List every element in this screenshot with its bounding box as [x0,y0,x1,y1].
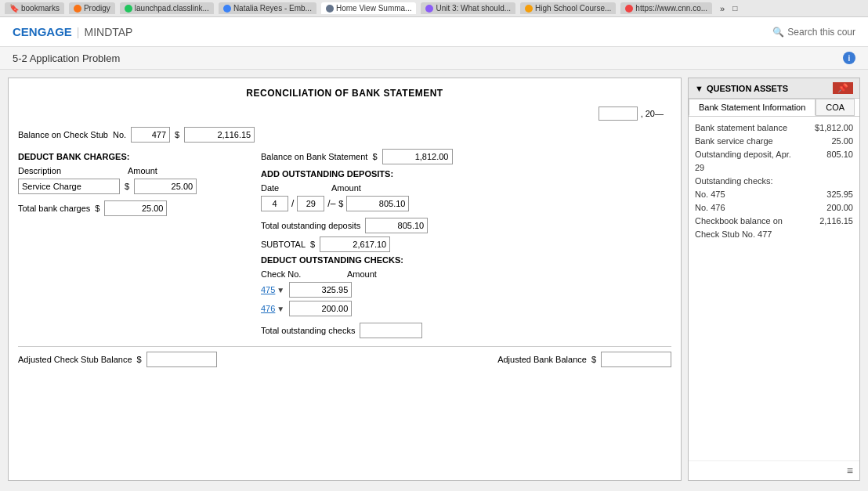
qa-service-charge-value: 25.00 [831,136,853,146]
total-checks-row: Total outstanding checks [261,323,671,338]
bookmarks-icon: 🔖 [9,4,19,13]
two-col-layout: DEDUCT BANK CHARGES: Description Amount … [18,149,671,338]
qa-header-title: QUESTION ASSETS [707,84,788,93]
adjusted-bank-input[interactable] [601,352,671,367]
adjusted-stub-input[interactable] [146,352,217,367]
adjusted-stub-label: Adjusted Check Stub Balance [18,355,132,364]
subtotal-input[interactable] [320,236,390,252]
deposit-slash1: / [291,198,294,209]
check-475-select-wrapper[interactable]: 475 ▼ [261,285,284,294]
more-tabs-indicator[interactable]: » [720,4,725,13]
check-475-arrow[interactable]: ▼ [277,286,284,294]
check-stub-label: Balance on Check Stub [18,130,108,139]
tab-launchpad[interactable]: launchpad.classlink... [120,2,214,14]
service-charge-desc-input[interactable] [18,179,120,194]
home-view-icon [326,5,334,13]
amt-col-header: Amount [128,166,157,175]
deposit-day-input[interactable] [297,196,324,211]
search-bar[interactable]: 🔍 Search this cour [772,27,855,38]
highschool-icon [525,5,533,13]
qa-bank-balance-value: $1,812.00 [815,123,853,132]
qa-tabs: Bank Statement Information COA [689,99,859,117]
total-checks-input[interactable] [360,323,422,338]
check-stub-amount-input[interactable] [184,127,255,143]
total-checks-label: Total outstanding checks [261,326,355,335]
deposit-month-input[interactable] [261,196,288,211]
cengage-logo: CENGAGE | MINDTAP [13,25,132,38]
tab-cnn[interactable]: https://www.cnn.co... [620,2,712,14]
date-col-header: Date [261,183,324,193]
new-tab-icon[interactable]: □ [732,4,737,13]
date-input[interactable] [599,107,638,121]
tab-natalia[interactable]: Natalia Reyes - Emb... [219,2,316,14]
qa-outstanding-checks-label-row: Outstanding checks: [695,176,853,186]
qa-pin-button[interactable]: 📌 [833,82,853,94]
tab-prodigy[interactable]: Prodigy [69,2,115,14]
deposit-amount-input[interactable] [346,196,409,211]
tab-unit3[interactable]: Unit 3: What should... [421,2,515,14]
qa-bottom-icon[interactable]: ≡ [847,464,853,477]
check-stub-dollar: $ [175,130,179,139]
adjusted-stub-dollar: $ [137,355,142,364]
check-476-label: 476 [261,304,275,313]
no-label: No. [113,130,126,139]
bank-statement-dollar: $ [372,152,377,161]
total-bank-amount-input[interactable] [104,200,167,216]
tab-label: Home View Summa... [336,4,412,13]
subtotal-row: SUBTOTAL $ [261,236,671,252]
qa-check-475-value: 325.95 [826,190,853,199]
left-col: DEDUCT BANK CHARGES: Description Amount … [18,149,253,338]
total-bank-dollar: $ [95,204,99,213]
qa-deposit-29-row: 29 [695,163,853,172]
check-476-arrow[interactable]: ▼ [277,305,284,313]
qa-checkbook-balance-row: Checkbook balance on 2,116.15 [695,216,853,226]
deposit-row-1: / /– $ [261,196,671,211]
natalia-icon [223,5,231,13]
service-charge-row: $ [18,179,253,194]
check-475-amount-input[interactable] [289,282,352,298]
adjusted-stub-balance-row: Adjusted Check Stub Balance $ [18,352,217,367]
subtotal-dollar: $ [310,240,315,249]
adjusted-balances-row: Adjusted Check Stub Balance $ Adjusted B… [18,346,671,367]
adjusted-bank-dollar: $ [591,355,596,364]
page-title: 5-2 Application Problem [13,52,120,64]
search-placeholder-text: Search this cour [787,27,855,38]
bank-statement-amount-input[interactable] [382,149,453,164]
check-amt-col-header: Amount [347,269,377,279]
total-deposits-input[interactable] [365,218,428,233]
tab-bank-statement-info[interactable]: Bank Statement Information [689,99,816,116]
qa-check-476-label: No. 476 [695,203,725,212]
tab-bookmarks[interactable]: 🔖 bookmarks [5,2,64,14]
qa-expand-icon[interactable]: ▼ [695,84,703,93]
tab-coa[interactable]: COA [816,99,855,116]
service-charge-amount-input[interactable] [134,179,197,194]
qa-outstanding-deposit-value: 805.10 [826,150,853,159]
total-bank-charges-label: Total bank charges [18,204,90,213]
qa-service-charge-row: Bank service charge 25.00 [695,136,853,146]
info-icon[interactable]: i [843,52,855,64]
tab-home-view[interactable]: Home View Summa... [321,2,417,14]
tab-high-school[interactable]: High School Course... [520,2,616,14]
check-stub-row: Balance on Check Stub No. $ [18,127,671,143]
qa-outstanding-deposit-row: Outstanding deposit, Apr. 805.10 [695,150,853,159]
total-deposits-row: Total outstanding deposits [261,218,671,233]
right-col: Balance on Bank Statement $ ADD OUTSTAND… [261,149,671,338]
qa-body: Bank statement balance $1,812.00 Bank se… [689,117,859,460]
unit3-icon [425,5,433,13]
check-no-col-header: Check No. [261,269,339,279]
deposit-dollar: $ [338,199,343,208]
check-stub-no-input[interactable] [131,127,170,143]
qa-outstanding-deposit-label: Outstanding deposit, Apr. [695,150,791,159]
cnn-icon [625,5,633,13]
check-476-amount-input[interactable] [289,301,352,316]
deduct-bank-col-headers: Description Amount [18,166,253,175]
qa-check-475-label: No. 475 [695,190,725,199]
service-charge-dollar: $ [125,182,129,191]
check-row-476: 476 ▼ [261,301,671,316]
qa-check-476-value: 200.00 [826,203,853,212]
browser-tab-bar: 🔖 bookmarks Prodigy launchpad.classlink.… [0,0,868,17]
page-title-bar: 5-2 Application Problem i [0,47,868,70]
question-assets-panel: ▼ QUESTION ASSETS 📌 Bank Statement Infor… [688,78,860,481]
check-476-select-wrapper[interactable]: 476 ▼ [261,304,284,313]
launchpad-icon [125,5,132,13]
